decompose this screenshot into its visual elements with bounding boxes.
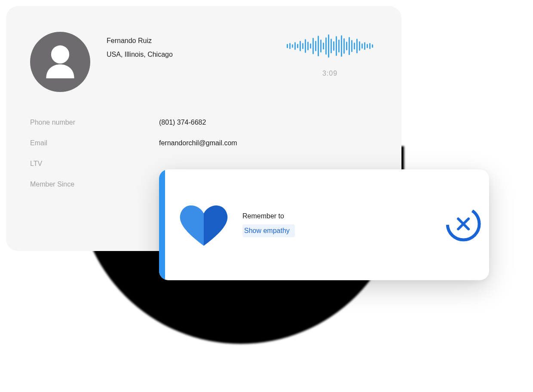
toast-action-text: Show empathy <box>242 224 295 237</box>
empathy-toast: Remember to Show empathy <box>159 169 489 280</box>
toast-icon-wrap <box>165 200 242 249</box>
email-label: Email <box>30 139 159 147</box>
toast-accent-bar <box>159 169 165 280</box>
avatar <box>30 32 90 92</box>
toast-text: Remember to Show empathy <box>242 212 438 237</box>
customer-name: Fernando Ruiz <box>107 37 173 45</box>
call-indicator: 3:09 <box>287 32 377 77</box>
waveform-icon <box>287 34 373 58</box>
phone-label: Phone number <box>30 119 159 126</box>
user-icon <box>40 40 81 83</box>
member-since-label: Member Since <box>30 181 159 188</box>
email-value: fernandorchil@gmail.com <box>159 139 377 147</box>
customer-header: Fernando Ruiz USA, Illinois, Chicago 3:0… <box>30 32 377 92</box>
customer-location: USA, Illinois, Chicago <box>107 51 173 58</box>
close-button[interactable] <box>438 206 489 243</box>
call-timer: 3:09 <box>322 70 337 77</box>
heart-icon <box>178 200 230 249</box>
toast-prompt-label: Remember to <box>242 212 438 220</box>
customer-identity: Fernando Ruiz USA, Illinois, Chicago <box>107 32 173 58</box>
svg-point-0 <box>51 46 69 64</box>
phone-value: (801) 374-6682 <box>159 119 377 126</box>
ltv-label: LTV <box>30 160 159 168</box>
close-icon <box>446 206 481 243</box>
ltv-value <box>159 160 377 168</box>
